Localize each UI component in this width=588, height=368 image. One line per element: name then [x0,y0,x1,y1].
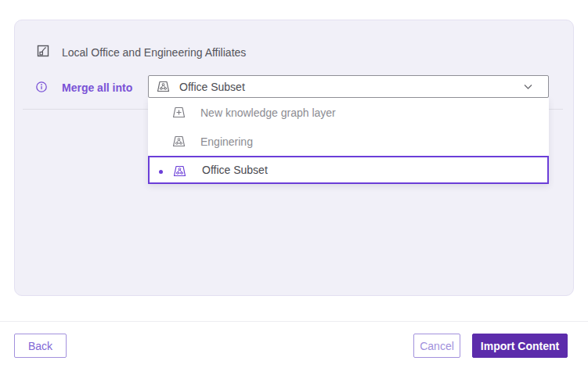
info-circle-icon[interactable] [35,81,48,93]
menu-option-label: Office Subset [202,164,268,176]
merge-target-select[interactable]: Office Subset [148,75,549,98]
merge-all-into-label: Merge all into [62,81,132,94]
merge-target-menu: New knowledge graph layer Enginering [148,98,549,184]
footer-divider [0,321,588,322]
chevron-down-icon [524,84,532,90]
knowledge-graph-layer-icon [157,81,170,92]
menu-option-enginering[interactable]: Enginering [148,127,549,156]
knowledge-graph-layer-icon [172,135,186,147]
menu-option-new-knowledge-graph-layer[interactable]: New knowledge graph layer [148,98,549,127]
selected-bullet-dot [159,170,163,174]
menu-option-label: New knowledge graph layer [200,106,336,119]
menu-option-office-subset[interactable]: Office Subset [148,156,549,184]
menu-option-label: Enginering [200,135,253,148]
new-layer-plus-icon [172,106,186,118]
import-content-button[interactable]: Import Content [472,334,568,358]
source-layer-label: Local Office and Engineering Affiliates [62,46,246,59]
cancel-button[interactable]: Cancel [413,334,460,358]
selected-option-value: Office Subset [179,81,245,93]
import-options-panel: Local Office and Engineering Affiliates … [14,20,574,296]
knowledge-graph-layer-icon [173,165,186,177]
map-layer-edit-icon [37,45,49,57]
back-button[interactable]: Back [14,334,67,358]
